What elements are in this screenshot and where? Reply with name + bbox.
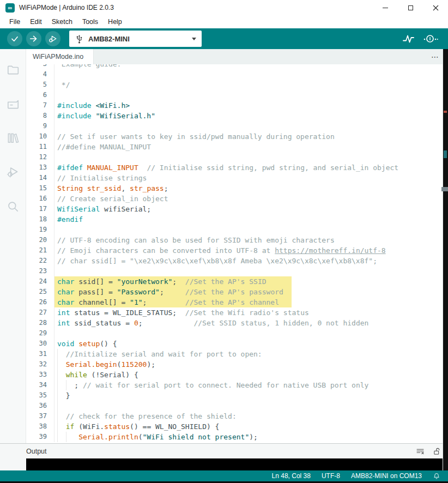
code-line[interactable]: 18#endif: [26, 214, 448, 225]
line-number[interactable]: 26: [26, 297, 55, 307]
line-number[interactable]: 8: [26, 111, 55, 121]
code-line[interactable]: 19: [26, 225, 448, 235]
code-line[interactable]: 11//#define MANUAL_INPUT: [26, 142, 448, 152]
code-line[interactable]: 39 Serial.println("WiFi shield not prese…: [26, 432, 448, 442]
line-number[interactable]: 4: [26, 69, 55, 80]
code-line[interactable]: 28int ssid_status = 0; //Set SSID status…: [26, 318, 448, 328]
sidebar-item-library-manager[interactable]: [0, 124, 26, 152]
code-line[interactable]: 9: [26, 121, 448, 131]
line-number[interactable]: 32: [26, 359, 55, 370]
line-number[interactable]: 22: [26, 256, 55, 266]
line-number[interactable]: 25: [26, 287, 55, 297]
code-line[interactable]: 21// Emoji characters can be converted i…: [26, 245, 448, 256]
sidebar-item-debug[interactable]: [0, 158, 26, 185]
clear-output-icon[interactable]: [415, 446, 425, 456]
code-line[interactable]: 6: [26, 90, 448, 100]
code-line[interactable]: 34 ; // wait for serial port to connect.…: [26, 380, 448, 390]
code-line[interactable]: 10// Set if user wants to key in ssid/pw…: [26, 131, 448, 142]
line-number[interactable]: 36: [26, 401, 55, 411]
code-line[interactable]: 15String str_ssid, str_pass;: [26, 183, 448, 194]
line-number[interactable]: 12: [26, 152, 55, 162]
board-selector-dropdown[interactable]: AMB82-MINI: [69, 31, 202, 47]
debug-button[interactable]: [45, 31, 60, 46]
line-number[interactable]: 34: [26, 380, 55, 390]
code-line[interactable]: 38 if (WiFi.status() == WL_NO_SHIELD) {: [26, 421, 448, 432]
code-line[interactable]: 29: [26, 328, 448, 339]
code-line[interactable]: 23: [26, 266, 448, 276]
line-number[interactable]: 23: [26, 266, 55, 276]
line-number[interactable]: 17: [26, 204, 55, 214]
sidebar-item-sketchbook[interactable]: [0, 56, 26, 83]
serial-monitor-icon[interactable]: [423, 33, 438, 45]
line-number[interactable]: 24: [26, 276, 55, 287]
line-number[interactable]: 20: [26, 235, 55, 245]
line-number[interactable]: 5: [26, 80, 55, 90]
code-line[interactable]: 7#include <WiFi.h>: [26, 100, 448, 111]
line-number[interactable]: 27: [26, 307, 55, 318]
line-number[interactable]: 7: [26, 100, 55, 111]
line-number[interactable]: 13: [26, 162, 55, 173]
serial-plotter-icon[interactable]: [402, 33, 415, 45]
code-line[interactable]: 17WifiSerial wifiSerial;: [26, 204, 448, 214]
code-line[interactable]: 5 */: [26, 80, 448, 90]
code-line[interactable]: 8#include "WifiSerial.h": [26, 111, 448, 121]
maximize-button[interactable]: [398, 0, 423, 15]
line-number[interactable]: 30: [26, 339, 55, 349]
code-line[interactable]: 14// Initialise strings: [26, 173, 448, 183]
code-line[interactable]: 16// Create serial_in object: [26, 194, 448, 204]
line-number[interactable]: 16: [26, 194, 55, 204]
code-line[interactable]: 37 // check for the presence of the shie…: [26, 411, 448, 421]
code-line[interactable]: 32 Serial.begin(115200);: [26, 359, 448, 370]
editor-scrollbar-thumb[interactable]: [441, 187, 448, 191]
sidebar-item-boards-manager[interactable]: [0, 90, 26, 118]
line-number[interactable]: 6: [26, 90, 55, 100]
code-line[interactable]: 4: [26, 69, 448, 80]
line-number[interactable]: 3: [26, 64, 55, 69]
code-editor[interactable]: 3 Example guide:45 */67#include <WiFi.h>…: [26, 64, 448, 443]
minimize-button[interactable]: [373, 0, 398, 15]
code-line[interactable]: 13#ifdef MANUAL_INPUT // Initialise ssid…: [26, 162, 448, 173]
code-line[interactable]: 3 Example guide:: [26, 64, 448, 69]
code-line[interactable]: 30void setup() {: [26, 339, 448, 349]
close-button[interactable]: [423, 0, 448, 15]
code-line[interactable]: 27int status = WL_IDLE_STATUS; //Set the…: [26, 307, 448, 318]
line-number[interactable]: 10: [26, 131, 55, 142]
code-line[interactable]: 31 //Initialize serial and wait for port…: [26, 349, 448, 359]
sidebar-item-search[interactable]: [0, 193, 26, 220]
code-line[interactable]: 35 }: [26, 390, 448, 401]
line-number[interactable]: 21: [26, 245, 55, 256]
line-number[interactable]: 31: [26, 349, 55, 359]
line-number[interactable]: 19: [26, 225, 55, 235]
line-number[interactable]: 18: [26, 214, 55, 225]
tab-wifiapmode[interactable]: WiFiAPMode.ino: [26, 49, 94, 64]
cursor-position[interactable]: Ln 48, Col 38: [272, 472, 311, 480]
upload-button[interactable]: [26, 31, 41, 46]
encoding[interactable]: UTF-8: [322, 472, 340, 480]
line-number[interactable]: 35: [26, 390, 55, 401]
output-console[interactable]: [26, 458, 443, 470]
code-line[interactable]: 20// UTF-8 encoding can also be used for…: [26, 235, 448, 245]
line-number[interactable]: 15: [26, 183, 55, 194]
code-line[interactable]: 24char ssid[] = "yourNetwork"; //Set the…: [26, 276, 448, 287]
line-number[interactable]: 11: [26, 142, 55, 152]
line-number[interactable]: 33: [26, 370, 55, 380]
menu-edit[interactable]: Edit: [25, 16, 47, 27]
line-number[interactable]: 14: [26, 173, 55, 183]
code-line[interactable]: 12: [26, 152, 448, 162]
menu-tools[interactable]: Tools: [77, 16, 103, 27]
bell-icon[interactable]: [433, 472, 440, 480]
verify-button[interactable]: [7, 31, 22, 46]
code-line[interactable]: 36: [26, 401, 448, 411]
menu-sketch[interactable]: Sketch: [47, 16, 77, 27]
code-line[interactable]: 22// char ssid[] = "\xe2\x9c\x8c\xef\xb8…: [26, 256, 448, 266]
line-number[interactable]: 37: [26, 411, 55, 421]
line-number[interactable]: 39: [26, 432, 55, 442]
code-line[interactable]: 26char channel[] = "1"; //Set the AP's c…: [26, 297, 448, 307]
lock-icon[interactable]: [432, 446, 441, 456]
line-number[interactable]: 28: [26, 318, 55, 328]
menu-file[interactable]: File: [4, 16, 25, 27]
board-port-status[interactable]: AMB82-MINI on COM13: [351, 472, 422, 480]
line-number[interactable]: 9: [26, 121, 55, 131]
line-number[interactable]: 38: [26, 421, 55, 432]
code-line[interactable]: 33 while (!Serial) {: [26, 370, 448, 380]
